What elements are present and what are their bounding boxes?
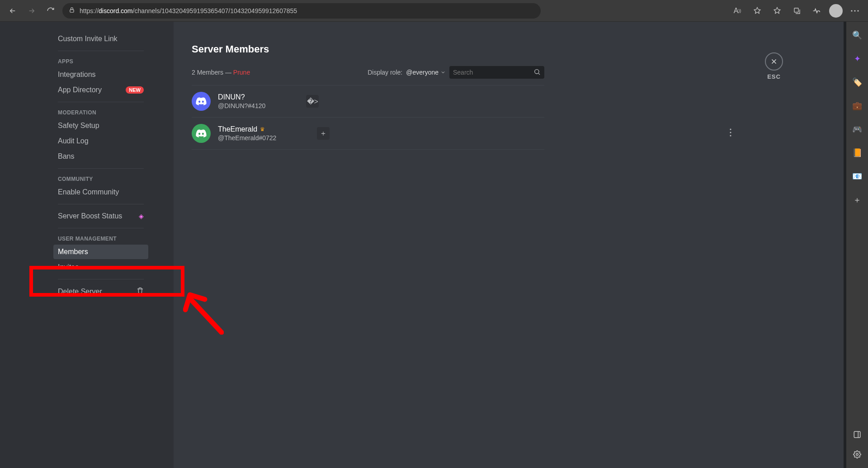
avatar (192, 124, 211, 143)
label: Enable Community (58, 188, 119, 196)
avatar (192, 92, 211, 111)
svg-point-6 (856, 454, 859, 456)
sidebar-section-apps: APPS (53, 56, 148, 66)
chevron-down-icon (440, 70, 446, 75)
close-button[interactable] (765, 52, 783, 71)
divider (58, 102, 144, 102)
member-tag: @DINUN?#4120 (218, 102, 265, 109)
prune-link[interactable]: Prune (233, 69, 250, 76)
sidebar-section-user-mgmt: USER MANAGEMENT (53, 233, 148, 244)
svg-point-8 (730, 128, 731, 130)
label: Members (58, 248, 88, 256)
favorites-icon[interactable] (769, 3, 785, 19)
divider (58, 168, 144, 169)
browser-toolbar: https://discord.com/channels/10432049591… (0, 0, 868, 22)
divider (58, 228, 144, 228)
discord-app: Custom Invite Link APPS Integrations App… (0, 22, 846, 468)
member-search[interactable] (449, 66, 544, 79)
settings-sidebar: Custom Invite Link APPS Integrations App… (0, 22, 174, 468)
more-icon[interactable] (847, 3, 863, 19)
address-bar[interactable]: https://discord.com/channels/10432049591… (62, 3, 541, 19)
member-tag: @TheEmerald#0722 (218, 134, 276, 142)
page-title: Server Members (192, 43, 544, 55)
profile-avatar[interactable] (829, 4, 843, 18)
label: App Directory (58, 86, 102, 94)
sidebar-section-community: COMMUNITY (53, 173, 148, 184)
role-selector[interactable]: @everyone (406, 69, 446, 76)
sidebar-item-delete-server[interactable]: Delete Server (53, 284, 148, 299)
members-toolbar: 2 Members — Prune Display role: @everyon… (192, 66, 544, 79)
edge-sidebar: 🔍 ✦ 🏷️ 💼 🎮 📙 📧 ＋ (846, 22, 868, 468)
label: Audit Log (58, 137, 89, 145)
close-settings: ESC (765, 52, 783, 80)
svg-rect-5 (854, 431, 860, 438)
label: Safety Setup (58, 122, 99, 130)
office-icon[interactable]: 📙 (852, 147, 863, 158)
plus-icon[interactable]: ＋ (852, 194, 863, 205)
svg-rect-1 (794, 8, 798, 12)
member-name: DINUN? (218, 93, 265, 101)
sidebar-item-boost-status[interactable]: Server Boost Status ◈ (53, 209, 148, 223)
games-icon[interactable]: 🎮 (852, 124, 863, 135)
sidebar-item-enable-community[interactable]: Enable Community (53, 185, 148, 199)
label: Server Boost Status (58, 212, 122, 220)
settings-icon[interactable] (852, 449, 863, 460)
svg-point-4 (857, 10, 859, 11)
label: Bans (58, 152, 74, 161)
add-role-button[interactable]: ＋ (317, 127, 330, 140)
search-icon (533, 68, 541, 77)
sidebar-item-custom-invite[interactable]: Custom Invite Link (53, 32, 148, 46)
sidebar-item-members[interactable]: Members (53, 245, 148, 259)
new-badge: NEW (126, 86, 144, 94)
search-input[interactable] (453, 69, 533, 76)
member-count: 2 Members — Prune (192, 69, 250, 76)
sidebar-item-integrations[interactable]: Integrations (53, 67, 148, 82)
outlook-icon[interactable]: 📧 (852, 171, 863, 182)
sidebar-item-invites[interactable]: Invites (53, 260, 148, 274)
back-button[interactable] (5, 4, 20, 18)
label: Invites (58, 263, 79, 271)
url-text: https://discord.com/channels/10432049591… (80, 7, 297, 14)
content-area: Server Members 2 Members — Prune Display… (174, 22, 846, 468)
label: Integrations (58, 71, 96, 79)
sidebar-section-moderation: MODERATION (53, 107, 148, 118)
esc-label: ESC (765, 73, 783, 80)
member-list: DINUN? @DINUN?#4120 �> TheEmerald ♛ (192, 85, 544, 150)
sidebar-item-app-directory[interactable]: App Directory NEW (53, 83, 148, 97)
discord-logo-icon (196, 129, 207, 137)
tag-icon[interactable]: 🏷️ (852, 77, 863, 88)
row-more-icon[interactable] (730, 128, 731, 138)
close-icon (770, 57, 778, 66)
shopping-icon[interactable] (750, 3, 765, 19)
forward-button[interactable] (24, 4, 39, 18)
svg-rect-0 (70, 9, 74, 12)
divider (58, 204, 144, 204)
label: Custom Invite Link (58, 35, 118, 43)
divider (58, 279, 144, 279)
crown-icon: ♛ (260, 126, 265, 132)
search-icon[interactable]: 🔍 (852, 30, 863, 41)
trash-icon (137, 287, 144, 296)
label: Delete Server (58, 288, 102, 296)
discord-logo-icon (196, 97, 207, 105)
member-row[interactable]: DINUN? @DINUN?#4120 �> (192, 85, 544, 117)
sidebar-item-audit-log[interactable]: Audit Log (53, 134, 148, 148)
boost-gem-icon: ◈ (139, 213, 144, 220)
svg-point-7 (535, 69, 539, 73)
add-role-button[interactable]: �> (306, 95, 319, 108)
sparkle-icon[interactable]: ✦ (852, 53, 863, 64)
divider (58, 51, 144, 51)
sidebar-item-bans[interactable]: Bans (53, 149, 148, 164)
read-aloud-icon[interactable]: A)) (730, 3, 745, 19)
lock-icon (69, 7, 75, 14)
member-name: TheEmerald ♛ (218, 125, 276, 133)
refresh-button[interactable] (43, 4, 58, 18)
performance-icon[interactable] (809, 3, 825, 19)
sidebar-item-safety-setup[interactable]: Safety Setup (53, 118, 148, 133)
member-row[interactable]: TheEmerald ♛ @TheEmerald#0722 ＋ (192, 117, 544, 150)
panel-toggle-icon[interactable] (852, 429, 863, 440)
briefcase-icon[interactable]: 💼 (852, 100, 863, 111)
collections-icon[interactable] (789, 3, 805, 19)
svg-point-2 (851, 10, 852, 11)
display-role-label: Display role: (368, 69, 402, 76)
